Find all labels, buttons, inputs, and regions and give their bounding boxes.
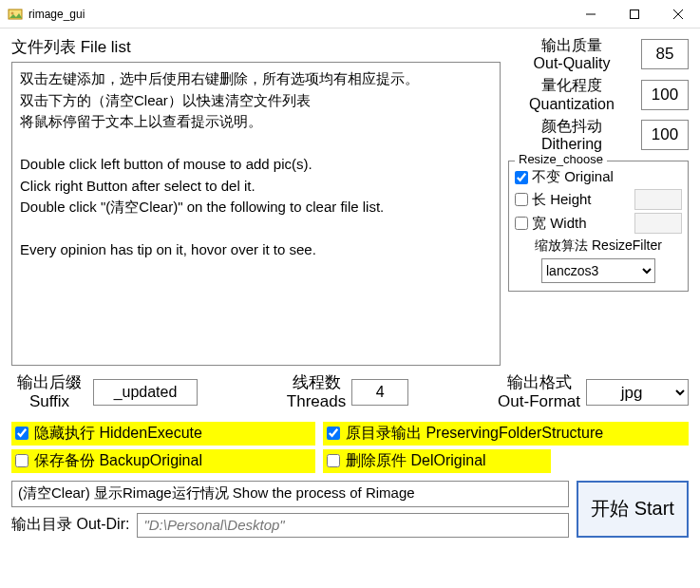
window-title: rimage_gui (28, 8, 569, 21)
resize-width-input[interactable] (634, 213, 682, 234)
preserving-folder-label: 原目录输出 PreservingFolderStructure (346, 424, 603, 444)
quantization-label: 量化程度 Quantization (508, 76, 635, 112)
process-box[interactable]: (清空Clear) 显示Rimage运行情况 Show the process … (11, 481, 569, 507)
resize-group: Resize_choose 不变 Original 长 Height 宽 Wid… (508, 161, 689, 292)
maximize-button[interactable] (613, 0, 656, 28)
hidden-execute-label: 隐藏执行 HiddenExecute (34, 424, 202, 444)
backup-original-label: 保存备份 BackupOriginal (34, 451, 202, 471)
outdir-input[interactable] (137, 513, 569, 538)
quantization-input[interactable] (641, 80, 689, 110)
preserving-folder-checkbox[interactable] (327, 427, 340, 440)
resize-width-checkbox[interactable] (515, 217, 528, 230)
threads-input[interactable] (351, 379, 408, 406)
resize-height-label: 长 Height (532, 191, 631, 209)
titlebar: rimage_gui (0, 0, 700, 28)
del-original-checkbox[interactable] (327, 454, 340, 467)
minimize-button[interactable] (569, 0, 613, 28)
resize-filter-label: 缩放算法 ResizeFilter (515, 237, 682, 255)
format-select[interactable]: jpg (586, 379, 689, 406)
out-quality-input[interactable] (641, 39, 689, 69)
filelist-box[interactable]: 双击左键添加，选中后使用右键删除，所有选项均有相应提示。 双击下方的（清空Cle… (11, 62, 501, 366)
close-button[interactable] (656, 0, 700, 28)
format-label: 输出格式 Out-Format (498, 373, 580, 412)
preserving-folder-check[interactable]: 原目录输出 PreservingFolderStructure (323, 422, 689, 446)
resize-original-label: 不变 Original (532, 168, 682, 186)
hidden-execute-check[interactable]: 隐藏执行 HiddenExecute (11, 422, 315, 446)
svg-rect-3 (631, 9, 639, 18)
backup-original-check[interactable]: 保存备份 BackupOriginal (11, 449, 315, 473)
filelist-label: 文件列表 File list (11, 36, 501, 58)
hidden-execute-checkbox[interactable] (15, 427, 28, 440)
backup-original-checkbox[interactable] (15, 454, 28, 467)
del-original-label: 删除原件 DelOriginal (346, 451, 486, 471)
del-original-check[interactable]: 删除原件 DelOriginal (323, 449, 551, 473)
resize-original-checkbox[interactable] (515, 171, 528, 184)
resize-width-label: 宽 Width (532, 215, 631, 233)
resize-filter-select[interactable]: lanczos3 (541, 258, 655, 283)
out-quality-label: 输出质量 Out-Quality (508, 36, 635, 72)
resize-legend: Resize_choose (515, 152, 607, 166)
suffix-label: 输出后缀 Suffix (11, 373, 87, 412)
outdir-label: 输出目录 Out-Dir: (11, 515, 129, 535)
threads-label: 线程数 Threads (287, 373, 346, 412)
start-button[interactable]: 开始 Start (577, 481, 689, 538)
app-icon (8, 7, 23, 22)
suffix-input[interactable] (93, 379, 198, 406)
resize-height-checkbox[interactable] (515, 193, 528, 206)
resize-height-input[interactable] (634, 189, 682, 210)
dithering-input[interactable] (641, 120, 689, 150)
dithering-label: 颜色抖动 Dithering (508, 117, 635, 153)
